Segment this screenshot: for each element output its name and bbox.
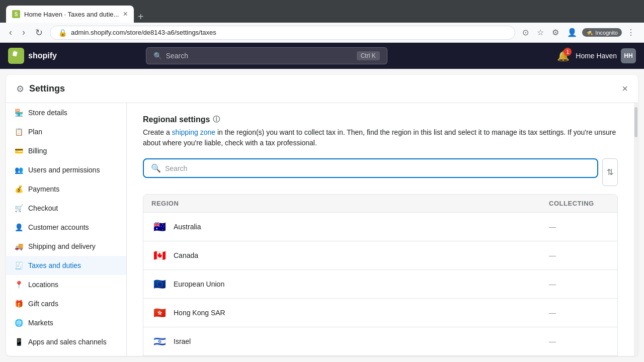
section-title-text: Regional settings [143, 115, 210, 124]
sidebar-item-gift-cards[interactable]: 🎁 Gift cards [6, 294, 126, 313]
notification-button[interactable]: 🔔 1 [557, 50, 570, 62]
sidebar-item-store-details[interactable]: 🏪 Store details [6, 103, 126, 122]
sidebar-item-domains[interactable]: 🌍 Domains [6, 351, 126, 356]
table-row[interactable]: 🇪🇺 European Union — [143, 270, 617, 299]
users-icon: 👥 [14, 165, 23, 174]
settings-close-button[interactable]: × [622, 83, 628, 95]
header-search[interactable]: 🔍 Search Ctrl K [146, 47, 387, 64]
shipping-zone-link[interactable]: shipping zone [172, 128, 215, 136]
address-text: admin.shopify.com/store/de8143-a6/settin… [71, 29, 216, 36]
sidebar-item-markets[interactable]: 🌐 Markets [6, 313, 126, 332]
store-icon: 🏪 [14, 108, 23, 117]
content-area: Regional settings ⓘ Create a shipping zo… [127, 103, 634, 356]
address-bar[interactable]: 🔒 admin.shopify.com/store/de8143-a6/sett… [50, 26, 515, 40]
lock-icon: 🔒 [58, 29, 67, 37]
toolbar-actions: ⊙ ☆ ⚙ 👤 🕵 Incognito ⋮ [519, 26, 638, 39]
search-input[interactable] [165, 164, 590, 172]
search-bar[interactable]: 🔍 [143, 158, 598, 178]
cast-icon[interactable]: ⊙ [519, 26, 532, 39]
shopify-svg [11, 51, 21, 61]
search-icon: 🔍 [153, 52, 162, 60]
browser-profile[interactable]: 👤 [564, 26, 580, 39]
region-name-eu: European Union [174, 280, 224, 288]
bookmark-icon[interactable]: ☆ [534, 26, 547, 39]
browser-tabs: S Home Haven · Taxes and dutie... × + [6, 0, 147, 23]
gift-icon: 🎁 [14, 299, 23, 308]
shopify-logo-text: shopify [28, 51, 57, 60]
table-row[interactable]: 🇦🇺 Australia — [143, 213, 617, 241]
shopify-logo[interactable]: shopify [8, 48, 57, 64]
menu-button[interactable]: ⋮ [624, 26, 638, 39]
section-title: Regional settings ⓘ [143, 115, 618, 124]
settings-header: ⚙ Settings × [6, 75, 638, 103]
browser-toolbar: ‹ › ↻ 🔒 admin.shopify.com/store/de8143-a… [0, 23, 644, 43]
reload-button[interactable]: ↻ [32, 25, 46, 40]
sidebar-label-locations: Locations [28, 281, 58, 289]
sidebar-item-customer-accounts[interactable]: 👤 Customer accounts [6, 218, 126, 237]
payments-icon: 💰 [14, 185, 23, 194]
shopify-header: shopify 🔍 Search Ctrl K 🔔 1 Home Haven H… [0, 43, 644, 69]
table-row[interactable]: 🇨🇦 Canada — [143, 241, 617, 270]
tab-close-button[interactable]: × [123, 10, 127, 19]
apps-icon: 📱 [14, 337, 23, 346]
sidebar-item-apps-sales-channels[interactable]: 📱 Apps and sales channels [6, 332, 126, 351]
incognito-badge: 🕵 Incognito [582, 28, 622, 37]
table-row[interactable]: 🇭🇰 Hong Kong SAR — [143, 299, 617, 327]
header-right: 🔔 1 Home Haven HH [557, 48, 636, 63]
settings-gear-icon: ⚙ [16, 83, 24, 95]
table-header: Region Collecting [143, 195, 617, 213]
tab-favicon: S [12, 10, 20, 18]
settings-title: Settings [29, 83, 65, 94]
sidebar-item-checkout[interactable]: 🛒 Checkout [6, 199, 126, 218]
active-tab[interactable]: S Home Haven · Taxes and dutie... × [6, 6, 134, 23]
search-placeholder-text: Search [166, 52, 188, 60]
sidebar-item-shipping-delivery[interactable]: 🚚 Shipping and delivery [6, 237, 126, 256]
main-content: Regional settings ⓘ Create a shipping zo… [127, 103, 634, 356]
sidebar-label-shipping-delivery: Shipping and delivery [28, 242, 96, 250]
location-icon: 📍 [14, 280, 23, 289]
sidebar-label-plan: Plan [28, 128, 42, 136]
sidebar-item-plan[interactable]: 📋 Plan [6, 122, 126, 141]
region-name-canada: Canada [174, 251, 198, 259]
region-name-hongkong: Hong Kong SAR [174, 309, 225, 317]
sort-button[interactable]: ⇅ [602, 158, 618, 186]
tab-title: Home Haven · Taxes and dutie... [24, 11, 119, 18]
app-layout: ⚙ Settings × 🏪 Store details 📋 Plan [0, 69, 644, 362]
store-info[interactable]: Home Haven HH [576, 48, 636, 63]
forward-button[interactable]: › [19, 25, 28, 40]
sidebar-label-users-permissions: Users and permissions [28, 166, 100, 174]
taxes-icon: 🧾 [14, 261, 23, 270]
region-name-australia: Australia [174, 223, 201, 231]
sidebar-label-apps-sales-channels: Apps and sales channels [28, 338, 107, 346]
collecting-eu: — [549, 280, 609, 288]
store-avatar: HH [621, 48, 636, 63]
sidebar-item-taxes-duties[interactable]: 🧾 Taxes and duties [6, 256, 126, 275]
sidebar-label-markets: Markets [28, 319, 53, 327]
sidebar-label-gift-cards: Gift cards [28, 300, 58, 308]
sidebar: 🏪 Store details 📋 Plan 💳 Billing 👥 Users… [6, 103, 127, 356]
search-shortcut: Ctrl K [357, 51, 380, 60]
extensions-icon[interactable]: ⚙ [549, 26, 562, 39]
new-tab-button[interactable]: + [134, 11, 148, 23]
sidebar-item-locations[interactable]: 📍 Locations [6, 275, 126, 294]
sidebar-label-customer-accounts: Customer accounts [28, 223, 89, 231]
info-icon[interactable]: ⓘ [213, 115, 220, 124]
sidebar-item-users-permissions[interactable]: 👥 Users and permissions [6, 160, 126, 179]
billing-icon: 💳 [14, 146, 23, 155]
right-scrollbar[interactable] [634, 103, 638, 356]
shipping-icon: 🚚 [14, 242, 23, 251]
sidebar-label-store-details: Store details [28, 109, 67, 117]
sidebar-item-billing[interactable]: 💳 Billing [6, 141, 126, 160]
browser-chrome: S Home Haven · Taxes and dutie... × + [0, 0, 644, 23]
sidebar-item-payments[interactable]: 💰 Payments [6, 179, 126, 199]
flag-canada: 🇨🇦 [151, 247, 168, 263]
search-input-icon: 🔍 [151, 163, 161, 173]
flag-israel: 🇮🇱 [151, 333, 168, 349]
table-row[interactable]: 🇮🇱 Israel — [143, 327, 617, 356]
store-name: Home Haven [576, 52, 617, 60]
incognito-label: Incognito [595, 30, 618, 36]
notification-badge: 1 [564, 48, 572, 56]
region-name-israel: Israel [174, 337, 191, 345]
accounts-icon: 👤 [14, 223, 23, 232]
back-button[interactable]: ‹ [6, 25, 15, 40]
